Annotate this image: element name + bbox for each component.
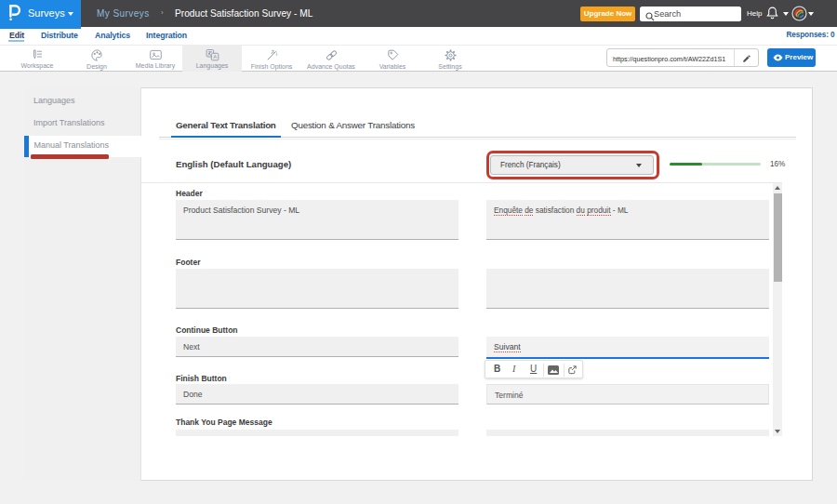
svg-text:A: A — [213, 54, 217, 60]
